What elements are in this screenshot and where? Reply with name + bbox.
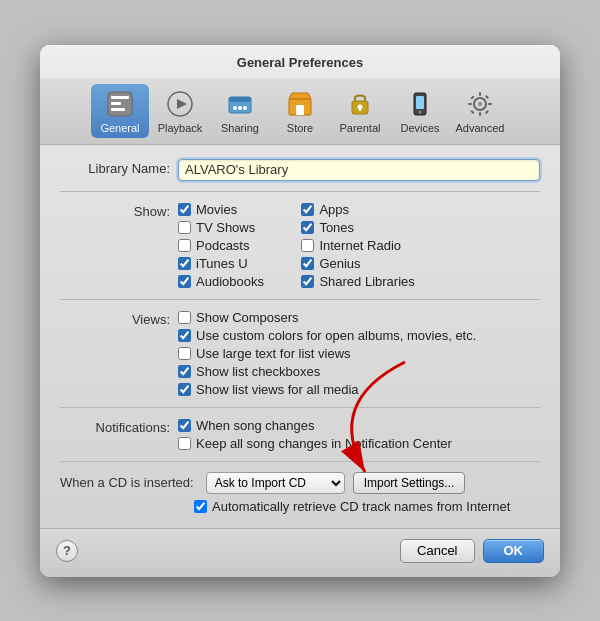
views-showcomposers-item[interactable]: Show Composers (178, 310, 476, 325)
show-genius-label: Genius (319, 256, 360, 271)
notifications-row: Notifications: When song changes Keep al… (60, 418, 540, 451)
views-listcheckboxes-item[interactable]: Show list checkboxes (178, 364, 476, 379)
show-tvshows-checkbox[interactable] (178, 221, 191, 234)
toolbar-label-playback: Playback (158, 122, 203, 134)
cd-dropdown[interactable]: Ask to Import CD Import CD Import CD and… (206, 472, 345, 494)
show-itunesu-label: iTunes U (196, 256, 248, 271)
toolbar-btn-store[interactable]: Store (271, 84, 329, 138)
auto-retrieve-checkbox[interactable] (194, 500, 207, 513)
notif-keepall-item[interactable]: Keep all song changes in Notification Ce… (178, 436, 452, 451)
show-internetradio-label: Internet Radio (319, 238, 401, 253)
svg-point-10 (243, 106, 247, 110)
show-tones-checkbox[interactable] (301, 221, 314, 234)
views-largetext-checkbox[interactable] (178, 347, 191, 360)
cd-insert-label: When a CD is inserted: (60, 475, 194, 490)
show-internetradio-checkbox[interactable] (301, 239, 314, 252)
show-apps-checkbox[interactable] (301, 203, 314, 216)
show-podcasts-checkbox[interactable] (178, 239, 191, 252)
show-itunesu-checkbox[interactable] (178, 257, 191, 270)
notif-songchanges-item[interactable]: When song changes (178, 418, 452, 433)
views-showcomposers-checkbox[interactable] (178, 311, 191, 324)
devices-icon (404, 88, 436, 120)
svg-rect-12 (296, 105, 304, 115)
views-listviews-item[interactable]: Show list views for all media (178, 382, 476, 397)
notif-keepall-checkbox[interactable] (178, 437, 191, 450)
notif-keepall-label: Keep all song changes in Notification Ce… (196, 436, 452, 451)
views-listviews-checkbox[interactable] (178, 383, 191, 396)
views-customcolors-item[interactable]: Use custom colors for open albums, movie… (178, 328, 476, 343)
show-sharedlibraries-item[interactable]: Shared Libraries (301, 274, 414, 289)
library-name-label: Library Name: (60, 159, 170, 176)
svg-point-8 (233, 106, 237, 110)
show-apps-item[interactable]: Apps (301, 202, 414, 217)
general-icon (104, 88, 136, 120)
notifications-checkboxes: When song changes Keep all song changes … (178, 418, 452, 451)
sharing-icon (224, 88, 256, 120)
cancel-button[interactable]: Cancel (400, 539, 474, 563)
svg-rect-3 (111, 108, 125, 111)
svg-rect-28 (485, 94, 489, 98)
toolbar-label-general: General (100, 122, 139, 134)
show-tvshows-item[interactable]: TV Shows (178, 220, 291, 235)
show-audiobooks-item[interactable]: Audiobooks (178, 274, 291, 289)
notif-songchanges-checkbox[interactable] (178, 419, 191, 432)
svg-rect-23 (468, 103, 472, 105)
show-sharedlibraries-checkbox[interactable] (301, 275, 314, 288)
toolbar-btn-parental[interactable]: Parental (331, 84, 389, 138)
views-row: Views: Show Composers Use custom colors … (60, 310, 540, 397)
toolbar-btn-devices[interactable]: Devices (391, 84, 449, 138)
advanced-icon (464, 88, 496, 120)
toolbar: General Playback (40, 78, 560, 144)
show-genius-checkbox[interactable] (301, 257, 314, 270)
separator-1 (60, 191, 540, 192)
show-movies-item[interactable]: Movies (178, 202, 291, 217)
svg-rect-15 (359, 108, 361, 111)
views-largetext-item[interactable]: Use large text for list views (178, 346, 476, 361)
svg-point-9 (238, 106, 242, 110)
auto-retrieve-row: Automatically retrieve CD track names fr… (194, 499, 540, 514)
help-button[interactable]: ? (56, 540, 78, 562)
views-listviews-label: Show list views for all media (196, 382, 359, 397)
parental-icon (344, 88, 376, 120)
separator-4 (60, 461, 540, 462)
svg-rect-24 (488, 103, 492, 105)
views-listcheckboxes-label: Show list checkboxes (196, 364, 320, 379)
show-movies-checkbox[interactable] (178, 203, 191, 216)
svg-rect-1 (111, 96, 129, 99)
show-podcasts-label: Podcasts (196, 238, 249, 253)
toolbar-btn-advanced[interactable]: Advanced (451, 84, 509, 138)
toolbar-btn-general[interactable]: General (91, 84, 149, 138)
toolbar-label-devices: Devices (400, 122, 439, 134)
title-bar: General Preferences General (40, 45, 560, 145)
library-name-row: Library Name: (60, 159, 540, 181)
show-internetradio-item[interactable]: Internet Radio (301, 238, 414, 253)
show-sharedlibraries-label: Shared Libraries (319, 274, 414, 289)
separator-2 (60, 299, 540, 300)
views-listcheckboxes-checkbox[interactable] (178, 365, 191, 378)
views-customcolors-checkbox[interactable] (178, 329, 191, 342)
show-audiobooks-checkbox[interactable] (178, 275, 191, 288)
svg-rect-27 (470, 109, 474, 113)
library-name-input[interactable] (178, 159, 540, 181)
show-podcasts-item[interactable]: Podcasts (178, 238, 291, 253)
toolbar-label-sharing: Sharing (221, 122, 259, 134)
show-audiobooks-label: Audiobooks (196, 274, 264, 289)
views-largetext-label: Use large text for list views (196, 346, 351, 361)
ok-button[interactable]: OK (483, 539, 545, 563)
show-genius-item[interactable]: Genius (301, 256, 414, 271)
auto-retrieve-label: Automatically retrieve CD track names fr… (212, 499, 510, 514)
cd-controls: Ask to Import CD Import CD Import CD and… (206, 472, 345, 494)
svg-rect-26 (485, 109, 489, 113)
show-itunesu-item[interactable]: iTunes U (178, 256, 291, 271)
svg-point-18 (419, 110, 422, 113)
toolbar-btn-playback[interactable]: Playback (151, 84, 209, 138)
toolbar-btn-sharing[interactable]: Sharing (211, 84, 269, 138)
content-area: Library Name: Show: Movies Apps TV Shows (40, 145, 560, 528)
svg-marker-5 (177, 99, 187, 109)
views-label: Views: (60, 310, 170, 327)
views-checkboxes: Show Composers Use custom colors for ope… (178, 310, 476, 397)
show-tones-item[interactable]: Tones (301, 220, 414, 235)
import-settings-button[interactable]: Import Settings... (353, 472, 466, 494)
bottom-bar: ? Cancel OK (40, 528, 560, 577)
svg-rect-7 (229, 97, 251, 102)
